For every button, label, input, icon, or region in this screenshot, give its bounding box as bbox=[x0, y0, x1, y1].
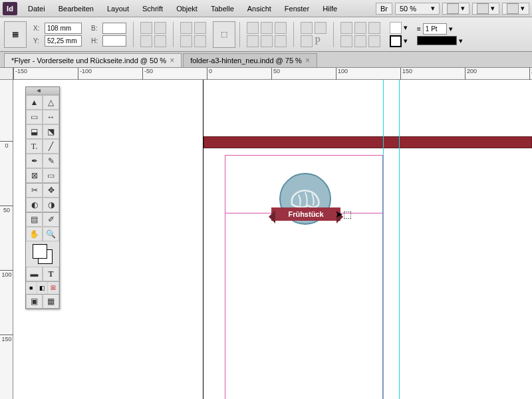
type-tool[interactable]: T. bbox=[26, 139, 43, 154]
align-left-icon[interactable] bbox=[340, 22, 352, 34]
horizontal-ruler[interactable]: -150 -100 -50 0 50 100 150 200 250 bbox=[13, 68, 532, 80]
fill-stroke-swatches[interactable] bbox=[26, 241, 59, 267]
document-canvas[interactable]: Frühstück ➤⬚ bbox=[13, 80, 532, 399]
chevron-down-icon[interactable]: ▾ bbox=[459, 37, 463, 45]
badge-ribbon[interactable]: Frühstück bbox=[271, 207, 340, 221]
scale-x-icon[interactable] bbox=[140, 22, 152, 34]
fill-frame-icon[interactable] bbox=[247, 35, 259, 47]
note-tool[interactable]: ▤ bbox=[26, 212, 43, 227]
ruler-origin[interactable] bbox=[0, 68, 13, 80]
shear-icon[interactable] bbox=[154, 35, 166, 47]
gradient-feather-tool[interactable]: ◑ bbox=[43, 198, 59, 212]
vertical-guide-1[interactable] bbox=[383, 80, 384, 399]
x-position-input[interactable] bbox=[45, 23, 82, 34]
view-options[interactable]: ▾ bbox=[442, 3, 469, 15]
apply-none-icon[interactable]: ☒ bbox=[48, 282, 59, 294]
text-wrap-icon[interactable] bbox=[315, 22, 327, 34]
zoom-tool[interactable]: 🔍 bbox=[43, 227, 59, 241]
rectangle-tool[interactable]: ▭ bbox=[43, 168, 59, 183]
menu-ansicht[interactable]: Ansicht bbox=[241, 2, 278, 15]
align-bottom-icon[interactable] bbox=[368, 35, 380, 47]
vertical-guide-2[interactable] bbox=[399, 80, 400, 399]
page-tool[interactable]: ▭ bbox=[26, 110, 43, 124]
stroke-swatch[interactable] bbox=[390, 35, 402, 47]
pen-tool[interactable]: ✒ bbox=[26, 154, 43, 168]
app-logo: Id bbox=[3, 2, 17, 15]
pencil-tool[interactable]: ✎ bbox=[43, 154, 59, 168]
bridge-button[interactable]: Br bbox=[376, 3, 392, 15]
fit-content-icon[interactable] bbox=[261, 22, 273, 34]
eyedropper-tool[interactable]: ✐ bbox=[43, 212, 59, 227]
direct-selection-tool[interactable]: △ bbox=[43, 95, 59, 110]
content-collector-tool[interactable]: ⬓ bbox=[26, 124, 43, 139]
rotate-icon[interactable] bbox=[154, 22, 166, 34]
menu-fenster[interactable]: Fenster bbox=[278, 2, 316, 15]
zoom-level[interactable]: ▾ bbox=[395, 3, 440, 15]
width-label: B: bbox=[91, 25, 100, 32]
menu-objekt[interactable]: Objekt bbox=[170, 2, 204, 15]
chevron-down-icon: ▾ bbox=[431, 4, 435, 13]
y-label: Y: bbox=[33, 37, 43, 45]
menu-datei[interactable]: Datei bbox=[21, 2, 52, 15]
height-input[interactable] bbox=[102, 35, 126, 47]
flip-h-icon[interactable] bbox=[180, 22, 192, 34]
content-placer-tool[interactable]: ⬔ bbox=[43, 124, 59, 139]
scale-y-icon[interactable] bbox=[140, 35, 152, 47]
fill-swatch[interactable] bbox=[390, 22, 402, 34]
align-middle-icon[interactable] bbox=[354, 35, 366, 47]
rectangle-frame-tool[interactable]: ⊠ bbox=[26, 168, 43, 183]
menu-layout[interactable]: Layout bbox=[100, 2, 136, 15]
close-icon[interactable]: × bbox=[305, 56, 310, 65]
free-transform-tool[interactable]: ✥ bbox=[43, 183, 59, 198]
panel-collapse[interactable] bbox=[26, 87, 59, 95]
gradient-swatch-tool[interactable]: ◐ bbox=[26, 198, 43, 212]
constrain-icon[interactable]: ⬚ bbox=[213, 21, 235, 48]
arrange-documents[interactable]: ▾ bbox=[502, 3, 529, 15]
red-header-bar[interactable] bbox=[203, 136, 532, 148]
fit-frame-icon[interactable] bbox=[247, 22, 259, 34]
vertical-ruler[interactable]: 0 50 100 150 200 bbox=[0, 80, 13, 399]
menu-schrift[interactable]: Schrift bbox=[136, 2, 170, 15]
menu-bar: Id Datei Bearbeiten Layout Schrift Objek… bbox=[0, 0, 532, 17]
gap-tool[interactable]: ↔ bbox=[43, 110, 59, 124]
tab-flyer[interactable]: *Flyer - Vorderseite und Rückseite.indd … bbox=[4, 53, 182, 67]
fit-prop-icon[interactable] bbox=[261, 35, 273, 47]
align-center-icon[interactable] bbox=[354, 22, 366, 34]
chevron-down-icon[interactable]: ▾ bbox=[404, 23, 408, 32]
screen-mode[interactable]: ▾ bbox=[472, 3, 499, 15]
corner-options-icon[interactable] bbox=[301, 22, 313, 34]
tab-folder[interactable]: folder-a3-hinten_neu.indd @ 75 %× bbox=[183, 53, 317, 67]
menu-hilfe[interactable]: Hilfe bbox=[316, 2, 344, 15]
view-mode-normal[interactable]: ▣ bbox=[26, 294, 43, 309]
apply-text[interactable]: T bbox=[43, 267, 59, 281]
close-icon[interactable]: × bbox=[170, 56, 174, 65]
select-content-icon[interactable] bbox=[194, 35, 206, 47]
hand-tool[interactable]: ✋ bbox=[26, 227, 43, 241]
reference-point[interactable]: ▦ bbox=[4, 21, 27, 48]
apply-gradient-icon[interactable]: ◧ bbox=[37, 282, 49, 294]
apply-color[interactable]: ▬ bbox=[26, 267, 43, 281]
align-right-icon[interactable] bbox=[368, 22, 380, 34]
color-mode-row: ■ ◧ ☒ bbox=[26, 281, 59, 294]
stroke-weight-input[interactable] bbox=[423, 23, 447, 35]
fill-color[interactable] bbox=[33, 244, 47, 259]
y-position-input[interactable] bbox=[45, 35, 82, 47]
center-content-icon[interactable] bbox=[275, 22, 287, 34]
menu-bearbeiten[interactable]: Bearbeiten bbox=[52, 2, 100, 15]
chevron-down-icon[interactable]: ▾ bbox=[449, 25, 453, 33]
apply-fill-icon[interactable]: ■ bbox=[26, 282, 37, 294]
select-container-icon[interactable] bbox=[194, 22, 206, 34]
menu-tabelle[interactable]: Tabelle bbox=[204, 2, 241, 15]
auto-fit-icon[interactable] bbox=[275, 35, 287, 47]
chevron-down-icon[interactable]: ▾ bbox=[404, 37, 408, 45]
stroke-style[interactable] bbox=[417, 36, 457, 45]
align-top-icon[interactable] bbox=[340, 35, 352, 47]
tools-panel[interactable]: ▲△ ▭↔ ⬓⬔ T.╱ ✒✎ ⊠▭ ✂✥ ◐◑ ▤✐ ✋🔍 ▬T ■ ◧ ☒ … bbox=[25, 86, 60, 309]
view-mode-preview[interactable]: ▦ bbox=[43, 294, 59, 309]
effects-icon[interactable] bbox=[301, 35, 313, 47]
width-input[interactable] bbox=[102, 23, 126, 34]
line-tool[interactable]: ╱ bbox=[43, 139, 59, 154]
flip-v-icon[interactable] bbox=[180, 35, 192, 47]
scissors-tool[interactable]: ✂ bbox=[26, 183, 43, 198]
selection-tool[interactable]: ▲ bbox=[26, 95, 43, 110]
